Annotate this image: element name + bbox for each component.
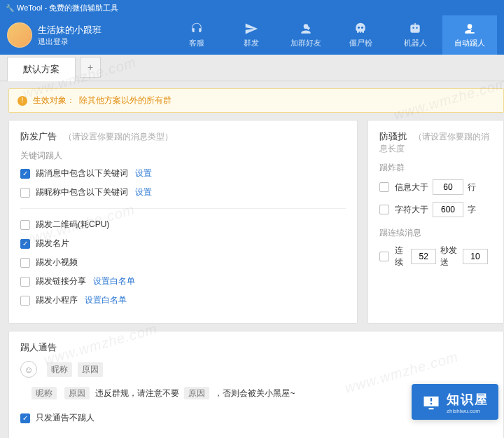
kick-miniprogram-label: 踢发小程序 [36, 294, 78, 306]
user-name: 生活妹的小跟班 [38, 24, 102, 36]
kick-link-whitelist[interactable]: 设置白名单 [93, 275, 135, 287]
kick-qr-checkbox[interactable] [20, 220, 30, 230]
nav-label: 自动踢人 [454, 38, 485, 48]
kick-nick-keyword-label: 踢昵称中包含以下关键词 [36, 186, 128, 198]
kick-link-label: 踢发链接分享 [36, 275, 86, 287]
continuous-checkbox[interactable] [379, 252, 389, 261]
char-gt-row: 字符大于 字 [379, 202, 492, 217]
kick-link-checkbox[interactable] [20, 277, 30, 287]
nav-label: 僵尸粉 [349, 38, 372, 48]
kick-video-checkbox[interactable] [20, 258, 30, 268]
msg-gt-label: 信息大于 [395, 182, 428, 193]
monitor-icon [421, 393, 441, 413]
kick-msg-keyword-checkbox[interactable] [20, 169, 30, 179]
nav-label: 群发 [244, 38, 259, 48]
add-scheme-button[interactable]: + [80, 57, 101, 78]
kick-miniprogram-checkbox[interactable] [20, 296, 30, 306]
char-gt-unit: 字 [468, 204, 476, 216]
char-gt-input[interactable] [433, 202, 463, 217]
keyword-kick-subtitle: 关键词踢人 [20, 150, 346, 162]
wrench-icon: 🔧 [6, 4, 14, 12]
emoji-picker-icon[interactable]: ☺ [20, 361, 37, 378]
nav-label: 加群好友 [290, 38, 321, 48]
nav-auto-kick[interactable]: 自动踢人 [442, 15, 497, 55]
continuous-seconds-input[interactable] [411, 249, 436, 264]
skull-icon [354, 22, 368, 36]
app-header: 生活妹的小跟班 退出登录 客服 群发 加群好友 僵尸粉 机器人 自动踢人 [0, 15, 504, 55]
chip-reason-inline: 原因 [64, 387, 90, 399]
kick-video-label: 踢发小视频 [36, 256, 78, 268]
avatar[interactable] [7, 22, 32, 48]
only-notice-checkbox[interactable] [20, 413, 30, 423]
add-user-icon [299, 22, 313, 36]
window-titlebar: 🔧 WeTool - 免费的微信辅助工具 [0, 0, 504, 15]
continuous-row: 连续 秒发送 [379, 245, 492, 268]
kick-nick-keyword-setting[interactable]: 设置 [135, 186, 152, 198]
announcement-text-pre: 违反群规，请注意不要 [95, 388, 179, 398]
kick-video-row: 踢发小视频 [20, 256, 346, 268]
anti-harass-panel: 防骚扰 （请设置你要踢的消息长度 踢炸群 信息大于 行 字符大于 字 踢连续消息… [368, 120, 504, 324]
nav-customer-service[interactable]: 客服 [169, 15, 224, 55]
notice-label: 生效对象： [33, 95, 75, 107]
anti-harass-title: 防骚扰 （请设置你要踢的消息长度 [379, 130, 492, 155]
badge-subtitle: zhishiwu.com [447, 408, 489, 414]
chip-nickname-inline: 昵称 [31, 387, 57, 399]
send-icon [244, 22, 258, 36]
divider [20, 208, 346, 209]
msg-gt-row: 信息大于 行 [379, 179, 492, 195]
user-info: 生活妹的小跟班 退出登录 [38, 24, 102, 47]
kick-nick-keyword-row: 踢昵称中包含以下关键词 设置 [20, 186, 346, 198]
anti-ad-panel: 防发广告 （请设置你要踢的消息类型） 关键词踢人 踢消息中包含以下关键词 设置 … [8, 120, 358, 324]
nav-robot[interactable]: 机器人 [388, 15, 442, 55]
continuous-count-input[interactable] [463, 249, 488, 264]
zhishiwu-badge[interactable]: 知识屋 zhishiwu.com [412, 384, 498, 420]
nav-zombie-fans[interactable]: 僵尸粉 [333, 15, 388, 55]
chip-reason-inline2: 原因 [184, 387, 209, 399]
char-gt-checkbox[interactable] [379, 205, 389, 214]
kick-miniprogram-whitelist[interactable]: 设置白名单 [85, 294, 127, 306]
anti-ad-title: 防发广告 （请设置你要踢的消息类型） [20, 130, 346, 143]
continuous-label: 连续 [395, 245, 407, 268]
char-gt-label: 字符大于 [395, 204, 428, 216]
chip-reason[interactable]: 原因 [78, 362, 103, 377]
kick-nick-keyword-checkbox[interactable] [20, 188, 30, 198]
continuous-mid: 秒发送 [440, 245, 458, 268]
robot-icon [408, 22, 422, 36]
kick-msg-keyword-label: 踢消息中包含以下关键词 [36, 167, 128, 179]
continuous-subtitle: 踢连续消息 [379, 227, 492, 239]
window-title: WeTool - 免费的微信辅助工具 [17, 3, 118, 13]
notice-text: 除其他方案以外的所有群 [79, 95, 172, 107]
kick-card-label: 踢发名片 [36, 238, 69, 249]
badge-title: 知识屋 [447, 391, 489, 408]
msg-gt-unit: 行 [468, 182, 476, 193]
effective-scope-notice: ! 生效对象： 除其他方案以外的所有群 [8, 88, 504, 113]
kick-bomb-subtitle: 踢炸群 [379, 162, 492, 174]
kick-qr-row: 踢发二维码(耗CPU) [20, 219, 346, 231]
announcement-template-row1: ☺ 昵称 原因 [20, 361, 492, 378]
msg-gt-checkbox[interactable] [379, 182, 389, 192]
nav-add-friends[interactable]: 加群好友 [279, 15, 333, 55]
announcement-title: 踢人通告 [20, 341, 492, 354]
kick-user-icon [463, 22, 477, 36]
nav-mass-send[interactable]: 群发 [224, 15, 279, 55]
chip-nickname[interactable]: 昵称 [47, 362, 72, 377]
logout-link[interactable]: 退出登录 [38, 36, 102, 47]
kick-card-row: 踢发名片 [20, 238, 346, 249]
info-icon: ! [18, 96, 27, 106]
tab-default-scheme[interactable]: 默认方案 [7, 57, 76, 81]
kick-link-row: 踢发链接分享 设置白名单 [20, 275, 346, 287]
nav-label: 机器人 [404, 38, 427, 48]
kick-qr-label: 踢发二维码(耗CPU) [36, 219, 109, 231]
kick-miniprogram-row: 踢发小程序 设置白名单 [20, 294, 346, 306]
msg-gt-input[interactable] [433, 179, 463, 195]
announcement-text-post: ，否则会被关小黑屋~ [214, 388, 295, 398]
kick-card-checkbox[interactable] [20, 239, 30, 249]
top-nav: 客服 群发 加群好友 僵尸粉 机器人 自动踢人 [169, 15, 497, 55]
kick-msg-keyword-row: 踢消息中包含以下关键词 设置 [20, 167, 346, 179]
nav-label: 客服 [189, 38, 204, 48]
only-notice-label: 只发通告不踢人 [36, 412, 94, 424]
scheme-tabs: 默认方案 + [0, 55, 504, 81]
kick-msg-keyword-setting[interactable]: 设置 [135, 167, 152, 179]
anti-ad-hint: （请设置你要踢的消息类型） [64, 132, 173, 142]
headset-icon [190, 22, 204, 36]
